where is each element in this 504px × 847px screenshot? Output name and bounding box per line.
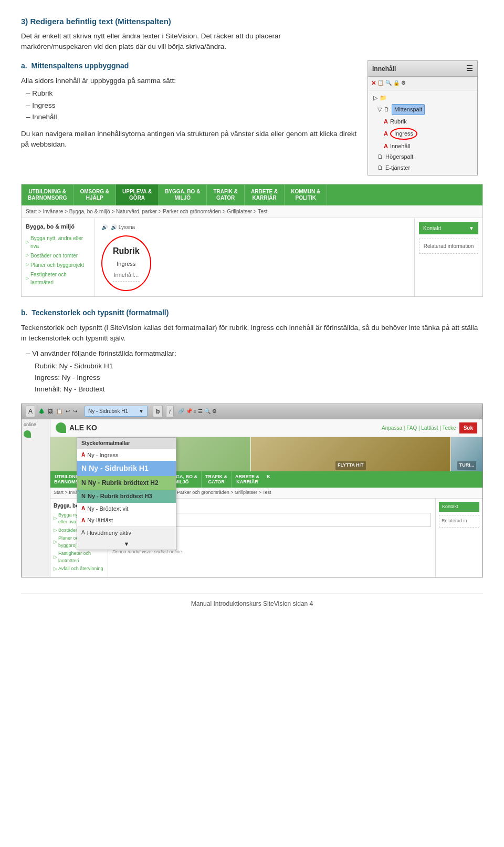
listen-label: 🔊 Lyssna [111,223,135,231]
site-right-col: Kontakt ▼ Relaterad information [414,218,482,296]
lattlast-icon: A [81,517,85,524]
tree-rubrik-label: Rubrik [390,117,407,126]
editor-site-header: ALE KO Anpassa | FAQ | Lättläst | Tecke … [50,419,482,437]
dropdown-ingress-label: Ny - Ingress [87,451,118,460]
dropdown-item-h2[interactable]: N Ny - Rubrik brödtext H2 [77,476,176,490]
scroll-down-icon: ▼ [124,540,130,549]
editor-icon-undo: ↩ [66,407,70,415]
editor-icon-redo: ↪ [73,407,77,415]
tree-root: ▷ 📁 [370,92,477,104]
editor-icon-a: A [26,406,35,417]
sub-section-a: a. Mittenspaltens uppbyggnad Alla sidors… [21,60,483,175]
tree-innehall[interactable]: A Innehåll [381,141,477,152]
dropdown-brodtext-vit-label: Ny - Brödtext vit [87,504,128,513]
toolbar-icon-4: ⚙ [401,79,406,88]
listen-icon: 🔊 [101,223,108,231]
contact-btn: Kontakt ▼ [419,222,478,234]
nav-trafik: TRAFIK &GATOR [207,184,245,205]
site-main-content: 🔊 🔊 Lyssna Rubrik Ingress Innehåll... [95,218,414,296]
tree-innehall-label: Innehåll [390,142,411,151]
content-circle: Rubrik Ingress Innehåll... [101,235,151,291]
top-links-text: Anpassa | FAQ | Lättläst | Tecke [382,424,456,432]
tree-ingress-label: Ingress [390,128,417,140]
section-a-label: a. [21,61,27,70]
site-ingress-text: Ingress [113,260,140,268]
nav-kommun: KOMMUN &POLITIK [285,184,327,205]
editor-main-area: ALE KO Anpassa | FAQ | Lättläst | Tecke … [50,419,482,577]
editor-titlebar: A 🌲 🖼 📋 ↩ ↪ Ny - Sidrubrik H1 ▼ b i 🔗 📌 … [22,404,482,419]
tree-etjanster[interactable]: 🗋 E-tjänster [374,162,477,173]
format-innehall: Innehåll: Ny - Brödtext [35,384,483,395]
ale-leaf-small [24,430,31,438]
listen-row: 🔊 🔊 Lyssna [101,223,408,231]
dropdown-item-lattlast[interactable]: A Ny-lättläst [77,514,176,526]
content-panel: Innehåll ☰ ✕ 📋 🔍 🔒 ⚙ ▷ 📁 [368,60,483,175]
content-panel-header: Innehåll ☰ [368,61,477,77]
content-circle-area: Rubrik Ingress Innehåll... [101,235,151,291]
tree-mittenspalt-label: Mittenspalt [392,104,425,115]
site-mockup-1: UTBILDNING &BARNOMSORG OMSORG &HJÄLP UPP… [21,184,483,297]
hogerspalt-page-icon: 🗋 [377,152,383,161]
related-label: Relaterad information [424,243,474,249]
nav-uppleva: UPPLEVA &GÖRA [116,184,159,205]
dropdown-scroll-down: ▼ [77,539,176,550]
mittenspalt-page-icon: 🗋 [384,105,390,114]
format-rubrik: Rubrik: Ny - Sidrubrik H1 [35,361,483,371]
editor-icon-images: 🖼 [48,407,53,415]
nav-note: Du kan navigera mellan innehållsytorna a… [21,129,357,150]
dropdown-item-huvudmeny[interactable]: A Huvudmeny aktiv [77,526,176,539]
site-innehall-text: Innehåll... [113,271,140,282]
sidebar-title: Bygga, bo & miljö [26,222,90,231]
dropdown-h3-label: Ny - Rubrik brödtext H3 [88,492,152,501]
tree-hogerspalt-label: Högerspalt [385,152,413,161]
footer-text: Manual Introduktionskurs SiteVision sida… [191,600,313,607]
tree-ingress[interactable]: A Ingress [381,127,477,141]
search-area: Anpassa | FAQ | Lättläst | Tecke Sök [382,422,477,433]
huvudmeny-icon: A [81,529,85,536]
hero-label-3: TURI... [457,461,477,470]
h3-icon: N [81,492,86,501]
contact-label: Kontakt [423,224,441,232]
dropdown-item-brodtext-vit[interactable]: A Ny - Brödtext vit [77,503,176,515]
dropdown-item-sidrubrik[interactable]: N Ny - Sidrubrik H1 [77,461,176,476]
section3-intro1: Det är enkelt att skriva nytt eller ändr… [21,31,483,53]
toolbar-icon-1: 📋 [377,79,384,88]
content-panel-toolbar: ✕ 📋 🔍 🔒 ⚙ [368,77,477,90]
tree-hogerspalt[interactable]: 🗋 Högerspalt [374,151,477,162]
content-panel-title: Innehåll [372,64,396,74]
contact-arrow-icon: ▼ [469,224,474,232]
style-dropdown-btn[interactable]: Ny - Sidrubrik H1 ▼ [85,406,148,417]
editor-icon-tree: 🌲 [38,407,45,415]
editor-format-icons: 🔗 📌 ≡ ☰ 🔍 ⚙ [178,407,217,415]
ingress-a-icon: A [384,129,388,138]
dropdown-arrow-icon: ▼ [139,407,144,415]
style-dropdown-label: Ny - Sidrubrik H1 [88,407,128,415]
nav-utbildning: UTBILDNING &BARNOMSORG [22,184,74,205]
tree-rubrik[interactable]: A Rubrik [381,116,477,127]
sidebar-item-1: Bygga nytt, ändra eller riva [26,234,90,250]
rubrik-a-icon: A [384,117,388,126]
dropdown-item-ingress[interactable]: A Ny - Ingress [77,449,176,461]
etjanster-page-icon: 🗋 [377,163,383,172]
brodtext-vit-icon: A [81,504,85,512]
search-btn[interactable]: Sök [459,422,477,433]
section-b-label: b. [21,308,27,317]
format-list: Vi använder följande förinställda format… [26,348,483,395]
tree-mittenspalt[interactable]: ▽ 🗋 Mittenspalt [374,103,477,116]
e-kontakt-label: Kontakt [442,504,458,509]
format-ingress: Ingress: Ny - Ingress [35,373,483,383]
site-content-area: Bygga, bo & miljö Bygga nytt, ändra elle… [22,218,482,296]
dropdown-item-h3[interactable]: N Ny - Rubrik brödtext H3 [77,490,176,503]
section-a-text: a. Mittenspaltens uppbyggnad Alla sidors… [21,60,357,150]
sub-section-b: b. Teckenstorlek och typsnitt (formatmal… [21,307,483,395]
content-tree: ▷ 📁 ▽ 🗋 Mittenspalt A Rubrik [368,90,477,175]
editor-format-btn-i: i [166,406,174,417]
list-innehall: Innehåll [26,112,357,122]
section-b-body: Teckenstorlek och typsnitt (i SiteVision… [21,323,483,344]
hero-turi: TURI... [451,437,482,471]
related-info-box: Relaterad information [419,239,478,254]
e-related-label: Relaterad in [442,518,467,523]
style-dropdown-container[interactable]: Ny - Sidrubrik H1 ▼ [85,406,148,417]
panel-menu-icon: ☰ [466,63,473,74]
nav-omsorg: OMSORG &HJÄLP [74,184,116,205]
